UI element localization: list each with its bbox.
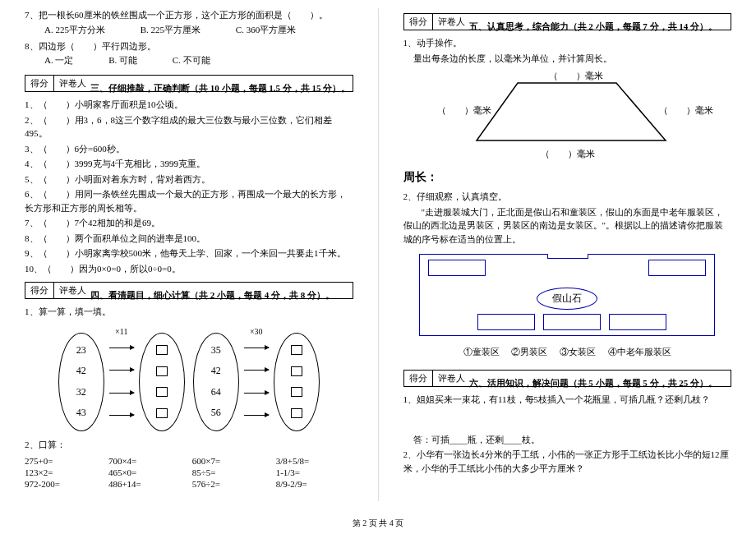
score-label: 得分 <box>404 14 433 30</box>
arrows-2 <box>244 337 269 427</box>
q8-text: 8、四边形（ ）平行四边形。 <box>25 39 353 53</box>
q7-opt-b: B. 225平方厘米 <box>141 25 201 35</box>
blank-box[interactable] <box>291 387 302 397</box>
blank-box[interactable] <box>291 408 302 418</box>
map-zone-box[interactable] <box>648 260 706 276</box>
legend-b: ②男装区 <box>511 347 547 357</box>
mm-top: （ ）毫米 <box>549 70 603 82</box>
s3-q8: 8、（ ）两个面积单位之间的进率是100。 <box>25 232 353 246</box>
q7-opt-a: A. 225平方分米 <box>44 25 105 35</box>
mental-5: 123×2= <box>25 467 102 477</box>
flow2-n3: 64 <box>211 386 221 398</box>
mental-10: 486+14= <box>108 479 186 489</box>
flow2-n4: 56 <box>211 407 221 419</box>
flow-group-1: ×11 23 42 32 43 <box>58 327 185 431</box>
q8-opt-a: A. 一定 <box>44 55 73 65</box>
s3-q9: 9、（ ）小明家离学校500米，他每天上学、回家，一个来回一共要走1千米。 <box>25 246 353 260</box>
blank-box[interactable] <box>156 345 168 355</box>
arrow-icon <box>244 393 269 394</box>
q8-options: A. 一定 B. 可能 C. 不可能 <box>25 54 353 67</box>
map-gate-icon <box>547 254 588 259</box>
flow2-n1: 35 <box>211 344 221 357</box>
s3-q2: 2、（ ）用3，6，8这三个数字组成的最大三位数与最小三位数，它们相差495。 <box>25 113 353 140</box>
flow2-n2: 42 <box>211 365 221 377</box>
blank-box[interactable] <box>291 345 302 355</box>
mental-7: 85÷5= <box>192 467 270 477</box>
map-zone-box[interactable] <box>477 314 535 330</box>
s5-q1-desc: 量出每条边的长度，以毫米为单位，并计算周长。 <box>403 52 732 66</box>
reviewer-label: 评卷人 <box>433 14 470 30</box>
blank-box[interactable] <box>291 366 302 376</box>
arrow-icon <box>244 348 269 348</box>
oval-out-2 <box>274 333 320 431</box>
mental-6: 465×0= <box>108 467 186 477</box>
score-label: 得分 <box>404 371 433 386</box>
trapezoid-figure: （ ）毫米 （ ）毫米 （ ）毫米 （ ）毫米 <box>403 75 732 157</box>
mental-12: 8/9-2/9= <box>276 479 353 489</box>
legend-c: ③女装区 <box>560 347 596 357</box>
s3-q10: 10、（ ）因为0×0=0，所以0÷0=0。 <box>25 262 353 276</box>
q7-opt-c: C. 360平方厘米 <box>236 25 296 35</box>
s5-q2: 2、仔细观察，认真填空。 <box>403 190 732 204</box>
mental-4: 3/8+5/8= <box>276 456 353 466</box>
s5-q2-desc: "走进服装城大门，正北面是假山石和童装区，假山的东面是中老年服装区，假山的西北边… <box>403 205 732 246</box>
blank-box[interactable] <box>156 387 168 397</box>
mental-2: 700×4= <box>108 456 186 466</box>
clothing-mall-map: 假山石 <box>419 254 715 336</box>
flow1-n1: 23 <box>76 344 86 357</box>
section6-title: 六、活用知识，解决问题（共 5 小题，每题 5 分，共 25 分）。 <box>469 377 732 389</box>
map-zone-box[interactable] <box>609 314 666 330</box>
mental-8: 1-1/3= <box>276 467 353 477</box>
arrows-1 <box>109 337 134 427</box>
map-legend: ①童装区 ②男装区 ③女装区 ④中老年服装区 <box>403 346 732 358</box>
s3-q1: 1、（ ）小明家客厅面积是10公顷。 <box>25 98 353 112</box>
rockery-label: 假山石 <box>537 288 597 310</box>
s4-q1: 1、算一算，填一填。 <box>25 305 353 319</box>
arrow-icon <box>244 415 269 416</box>
q7-options: A. 225平方分米 B. 225平方厘米 C. 360平方厘米 <box>25 24 353 36</box>
arrow-icon <box>109 348 134 348</box>
arrow-icon <box>109 370 134 371</box>
arrow-icon <box>109 393 134 394</box>
mm-bottom: （ ）毫米 <box>541 148 595 160</box>
mental-1: 275+0= <box>25 456 102 466</box>
flow1-n4: 43 <box>76 407 86 419</box>
s3-q6: 6、（ ）用同一条铁丝先围成一个最大的正方形，再围成一个最大的长方形，长方形和正… <box>25 187 353 214</box>
svg-marker-0 <box>477 83 666 140</box>
s3-q7: 7、（ ）7个42相加的和是69。 <box>25 216 353 230</box>
mental-math-grid: 275+0= 700×4= 600×7= 3/8+5/8= 123×2= 465… <box>25 456 353 489</box>
blank-box[interactable] <box>156 366 168 376</box>
arrow-icon <box>244 370 269 371</box>
oval-in-2: 35 42 64 56 <box>193 333 239 431</box>
map-zone-box[interactable] <box>428 260 486 276</box>
page-footer: 第 2 页 共 4 页 <box>0 518 756 529</box>
perimeter-label: 周长： <box>403 170 732 185</box>
oval-out-1 <box>139 333 185 431</box>
reviewer-label: 评卷人 <box>54 283 91 298</box>
score-label: 得分 <box>25 76 54 91</box>
section5-title: 五、认真思考，综合能力（共 2 小题，每题 7 分，共 14 分）。 <box>469 21 732 33</box>
mental-9: 972-200= <box>25 479 102 489</box>
q7-text: 7、把一根长60厘米的铁丝围成一个正方形，这个正方形的面积是（ ）。 <box>25 8 353 22</box>
s5-q1: 1、动手操作。 <box>403 36 732 50</box>
s6-q1-answer: 答：可插____瓶，还剩____枝。 <box>403 433 732 447</box>
column-divider <box>378 8 379 501</box>
score-label: 得分 <box>25 283 54 298</box>
mm-left: （ ）毫米 <box>437 104 491 117</box>
reviewer-label: 评卷人 <box>54 76 91 91</box>
q8-opt-b: B. 可能 <box>108 55 137 65</box>
s3-q3: 3、（ ）6分=600秒。 <box>25 142 353 156</box>
reviewer-label: 评卷人 <box>433 371 470 386</box>
map-zone-box[interactable] <box>543 314 601 330</box>
s3-q5: 5、（ ）小明面对着东方时，背对着西方。 <box>25 173 353 186</box>
flow-diagram: ×11 23 42 32 43 <box>25 327 353 431</box>
flow1-n2: 42 <box>76 365 86 377</box>
section3-title: 三、仔细推敲，正确判断（共 10 小题，每题 1.5 分，共 15 分）。 <box>90 82 353 94</box>
flow-group-2: ×30 35 42 64 56 <box>193 327 320 431</box>
legend-d: ④中老年服装区 <box>608 347 671 357</box>
s6-q1: 1、姐姐买来一束花，有11枝，每5枝插入一个花瓶里，可插几瓶？还剩几枝？ <box>403 393 732 407</box>
blank-box[interactable] <box>156 408 168 418</box>
flow1-n3: 32 <box>76 386 86 398</box>
s6-q2: 2、小华有一张边长4分米的手工纸，小伟的一张正方形手工纸边长比小华的短12厘米，… <box>403 448 732 475</box>
s3-q4: 4、（ ）3999克与4千克相比，3999克重。 <box>25 157 353 171</box>
